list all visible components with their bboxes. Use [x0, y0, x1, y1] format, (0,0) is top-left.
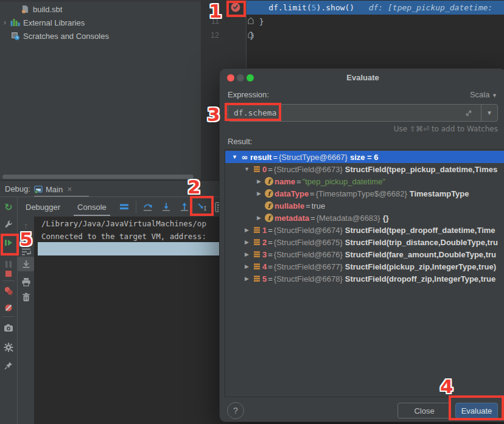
tree-node-reference: {StructField@6676}: [274, 250, 343, 259]
equals-sign: =: [273, 153, 278, 162]
scratches-icon: [11, 32, 20, 40]
tree-row[interactable]: ▶ f metadata = {Metadata@6683}{}: [225, 212, 504, 224]
equals-sign: =: [268, 262, 273, 271]
tree-node-name: result: [250, 153, 271, 162]
array-element-icon: [253, 263, 261, 270]
tree-node-value: true: [312, 201, 325, 210]
tree-node-value: {}: [383, 214, 389, 223]
code-text: df.limit(: [250, 3, 312, 12]
chevron-right-icon[interactable]: ›: [0, 18, 10, 27]
dialog-title: Evaluate: [220, 73, 504, 82]
project-tree-item[interactable]: Scratches and Consoles: [0, 29, 201, 43]
tree-node-name: name: [275, 177, 295, 186]
annotation-badge-1: 1: [209, 2, 222, 21]
code-line-10[interactable]: df.limit(5).show() df: [tpep_pickup_date…: [250, 1, 492, 15]
tree-row[interactable]: ▶ f dataType = {TimestampType$@6682}Time…: [225, 187, 504, 200]
pin-icon[interactable]: [0, 358, 17, 373]
external-libraries-icon: [10, 18, 20, 27]
dialog-titlebar[interactable]: Evaluate: [220, 69, 504, 87]
annotation-box-4: [449, 395, 504, 420]
tree-node-name: 2: [262, 238, 267, 247]
tree-node-reference: {TimestampType$@6682}: [316, 189, 407, 198]
tree-node-reference: {Metadata@6683}: [317, 214, 380, 223]
tree-expander-icon[interactable]: ▶: [254, 178, 264, 184]
annotation-badge-3: 3: [207, 105, 220, 124]
stop-icon[interactable]: [0, 266, 17, 281]
print-icon[interactable]: [18, 274, 34, 289]
tree-row[interactable]: ▶ 5 = {StructField@6678}StructField(drop…: [225, 273, 504, 285]
tree-expander-icon[interactable]: ▶: [254, 190, 264, 196]
rerun-icon[interactable]: ↻: [0, 200, 17, 214]
step-over-icon[interactable]: [139, 202, 157, 212]
code-line-12[interactable]: }: [250, 29, 254, 43]
horizontal-scrollbar[interactable]: [2, 175, 194, 179]
tree-node-icon: ∞: [239, 153, 250, 162]
tree-expander-icon[interactable]: ▼: [230, 154, 239, 160]
tree-node-reference: {StructType@6667}: [279, 153, 348, 162]
view-tab-label: Console: [77, 203, 107, 212]
tree-expander-icon[interactable]: ▶: [242, 276, 251, 282]
tree-node-icon: f: [264, 201, 275, 210]
tree-node-icon: [251, 275, 262, 282]
array-element-icon: [253, 238, 261, 246]
tree-row[interactable]: ▼ ∞ result = {StructType@6667}size = 6: [225, 151, 504, 163]
tree-node-name: 1: [262, 226, 267, 235]
debug-actions-column: ↻: [0, 197, 18, 424]
close-button[interactable]: Close: [397, 403, 451, 419]
tree-row[interactable]: ▶ 2 = {StructField@6675}StructField(trip…: [225, 236, 504, 248]
tree-node-name: 0: [262, 165, 267, 174]
expand-editor-icon[interactable]: [465, 109, 472, 117]
tree-row[interactable]: f nullable = true: [225, 200, 504, 212]
settings-gear-icon[interactable]: [0, 340, 17, 355]
tree-row[interactable]: ▶ 3 = {StructField@6676}StructField(fare…: [225, 248, 504, 260]
help-button[interactable]: ?: [227, 402, 244, 419]
toolbar-separator: [136, 200, 136, 214]
equals-sign: =: [268, 238, 273, 247]
tree-node-value: StructField(tpep_pickup_datetime,Times: [345, 165, 497, 174]
equals-sign: =: [268, 274, 273, 283]
result-infinity-icon: ∞: [242, 153, 248, 162]
tree-node-value: StructField(dropoff_zip,IntegerType,true: [345, 274, 496, 283]
tree-expander-icon[interactable]: ▶: [242, 227, 251, 233]
tree-row[interactable]: ▼ 0 = {StructField@6673}StructField(tpep…: [225, 163, 504, 175]
tree-node-value: StructField(fare_amount,DoubleType,tru: [345, 250, 496, 259]
tree-row[interactable]: ▶ f name = "tpep_pickup_datetime": [225, 175, 504, 187]
tree-node-name: 4: [262, 262, 267, 271]
view-tab-label: Debugger: [26, 203, 60, 212]
line-number-12: 12: [201, 31, 219, 40]
equals-sign: =: [306, 201, 310, 210]
mute-breakpoints-icon[interactable]: [0, 301, 17, 315]
tree-node-name: 3: [262, 250, 267, 259]
tree-row[interactable]: ▶ 1 = {StructField@6674}StructField(tpep…: [225, 224, 504, 236]
debugger-view-tab[interactable]: Console: [69, 197, 115, 217]
debugger-view-tab[interactable]: Debugger: [17, 197, 69, 217]
tree-node-icon: [251, 263, 262, 270]
code-line-11[interactable]: }: [250, 15, 264, 29]
camera-icon[interactable]: [0, 321, 17, 335]
project-item-label: build.sbt: [33, 5, 62, 14]
tree-expander-icon[interactable]: ▶: [254, 215, 264, 221]
language-selector[interactable]: Scala ▼: [470, 90, 497, 99]
tree-expander-icon[interactable]: ▶: [242, 263, 251, 269]
clear-all-trash-icon[interactable]: [18, 290, 34, 304]
step-into-icon[interactable]: [157, 202, 175, 212]
wrench-icon[interactable]: [0, 217, 17, 232]
tree-expander-icon[interactable]: ▶: [242, 251, 251, 257]
history-dropdown-icon[interactable]: ▼: [481, 109, 497, 116]
layout-lines-icon[interactable]: [115, 203, 133, 210]
project-tree-item[interactable]: › External Libraries: [0, 16, 201, 29]
result-tree[interactable]: ▼ ∞ result = {StructType@6667}size = 6 ▼: [225, 149, 504, 397]
view-breakpoints-icon[interactable]: [0, 283, 17, 298]
evaluate-dialog: Evaluate Expression: Scala ▼ df.schema ▼…: [219, 68, 504, 422]
debug-session-tab[interactable]: Main ×: [34, 182, 72, 196]
tree-expander-icon[interactable]: ▶: [242, 239, 251, 245]
equals-sign: =: [268, 226, 273, 235]
project-tree-item[interactable]: build.sbt: [0, 2, 201, 16]
tree-row[interactable]: ▶ 4 = {StructField@6677}StructField(pick…: [225, 260, 504, 273]
field-icon: f: [265, 189, 273, 198]
tree-expander-icon[interactable]: ▼: [242, 166, 251, 172]
session-tab-label: Main: [46, 185, 63, 194]
separator: [2, 316, 15, 317]
scroll-to-end-icon[interactable]: [18, 257, 34, 271]
close-tab-icon[interactable]: ×: [67, 184, 72, 194]
